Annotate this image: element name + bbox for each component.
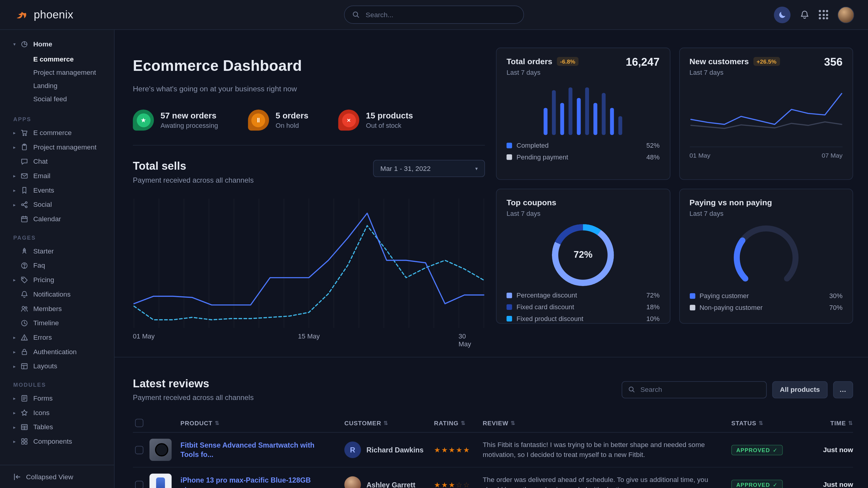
- sidebar-item-email[interactable]: ▸ Email: [0, 169, 114, 183]
- moon-icon: [778, 10, 786, 19]
- card-title: New customers: [689, 57, 749, 66]
- sidebar-subitem-project-management[interactable]: Project management: [0, 66, 114, 79]
- sidebar-item-timeline[interactable]: Timeline: [0, 316, 114, 330]
- column-header-customer[interactable]: CUSTOMER ⇅: [344, 420, 434, 426]
- x-axis-label: 01 May: [689, 152, 710, 159]
- paying-gauge-chart: [724, 223, 807, 289]
- legend-item: Fixed product discount 10%: [506, 315, 660, 323]
- column-header-product[interactable]: PRODUCT ⇅: [180, 420, 344, 426]
- sidebar-item-calendar[interactable]: Calendar: [0, 212, 114, 226]
- select-all-checkbox[interactable]: [135, 419, 144, 427]
- sort-icon[interactable]: ⇅: [384, 420, 389, 426]
- page-title: Ecommerce Dashboard: [133, 58, 485, 75]
- section-title-pages: PAGES: [0, 234, 114, 240]
- sort-icon[interactable]: ⇅: [510, 420, 516, 426]
- bar: [619, 116, 622, 135]
- legend-item: Non-paying customer 70%: [689, 304, 843, 312]
- sidebar-item-label: Components: [33, 438, 72, 446]
- sidebar-item-label: Forms: [33, 395, 53, 402]
- column-header-status[interactable]: STATUS ⇅: [732, 420, 803, 426]
- customer-avatar[interactable]: A: [344, 477, 361, 488]
- all-products-button[interactable]: All products: [772, 381, 828, 398]
- column-header-review[interactable]: REVIEW ⇅: [483, 420, 732, 426]
- user-avatar[interactable]: [838, 6, 854, 23]
- sidebar-item-social[interactable]: ▸ Social: [0, 197, 114, 212]
- sidebar-item-events[interactable]: ▸ Events: [0, 183, 114, 198]
- sidebar-subitem-social-feed[interactable]: Social feed: [0, 93, 114, 106]
- product-image[interactable]: [150, 439, 172, 461]
- sidebar-item-ecommerce-app[interactable]: ▸ E commerce: [0, 126, 114, 140]
- collapse-icon: [13, 473, 21, 481]
- sidebar-item-components[interactable]: ▸ Components: [0, 434, 114, 449]
- date-range-select[interactable]: Mar 1 - 31, 2022 ▾: [373, 160, 485, 177]
- legend-label: Pending payment: [517, 153, 568, 161]
- product-link[interactable]: iPhone 13 pro max-Pacific Blue-128GB sto…: [180, 475, 344, 488]
- notifications-button[interactable]: [800, 10, 809, 19]
- column-label: CUSTOMER: [344, 420, 381, 426]
- column-header-rating[interactable]: RATING ⇅: [434, 420, 483, 426]
- more-options-button[interactable]: …: [833, 381, 853, 398]
- theme-toggle-button[interactable]: [774, 6, 790, 23]
- sidebar-item-members[interactable]: Members: [0, 301, 114, 316]
- sort-icon[interactable]: ⇅: [848, 420, 853, 426]
- reviews-search-input[interactable]: [639, 385, 760, 394]
- row-checkbox[interactable]: [135, 481, 144, 488]
- users-icon: [21, 305, 29, 313]
- question-icon: [21, 262, 29, 269]
- sort-icon[interactable]: ⇅: [758, 420, 763, 426]
- brand[interactable]: phoenix: [0, 7, 73, 22]
- sort-icon[interactable]: ⇅: [461, 420, 466, 426]
- apps-grid-button[interactable]: [819, 10, 828, 19]
- product-image[interactable]: [150, 474, 172, 488]
- sidebar-item-faq[interactable]: Faq: [0, 258, 114, 273]
- legend-value: 18%: [646, 303, 660, 311]
- bar: [552, 90, 556, 135]
- search-input[interactable]: [365, 10, 516, 19]
- top-coupons-card: Top coupons Last 7 days 72% Percentage d…: [496, 189, 670, 324]
- sidebar-item-label: Notifications: [33, 291, 70, 298]
- sidebar-item-project-management-app[interactable]: ▸ Project management: [0, 140, 114, 154]
- sidebar-item-tables[interactable]: ▸ Tables: [0, 420, 114, 434]
- rating-stars: ★★★★★: [434, 446, 483, 454]
- sidebar-item-errors[interactable]: ▸ Errors: [0, 330, 114, 345]
- total-sells-chart: 01 May 15 May 30 May: [133, 197, 485, 341]
- paying-vs-nonpaying-card: Paying vs non paying Last 7 days Paying …: [679, 189, 853, 324]
- legend-label: Fixed card discount: [517, 303, 574, 311]
- product-link[interactable]: Fitbit Sense Advanced Smartwatch with To…: [180, 441, 344, 459]
- home-submenu: E commerce Project management Landing So…: [0, 52, 114, 108]
- clock-icon: [21, 319, 29, 327]
- sidebar-item-chat[interactable]: Chat: [0, 154, 114, 169]
- row-checkbox[interactable]: [135, 446, 144, 454]
- sidebar-item-label: Starter: [33, 247, 54, 255]
- sidebar-item-label: Tables: [33, 423, 53, 431]
- app-viewport: phoenix ▾ Home: [0, 0, 868, 488]
- sidebar-item-starter[interactable]: Starter: [0, 244, 114, 258]
- customer-name: Richard Dawkins: [367, 446, 424, 454]
- reviews-search[interactable]: [622, 381, 767, 398]
- global-search[interactable]: [344, 5, 524, 24]
- caret-right-icon: ▸: [13, 277, 21, 283]
- sidebar-item-pricing[interactable]: ▸ Pricing: [0, 273, 114, 287]
- sidebar-item-notifications[interactable]: Notifications: [0, 287, 114, 302]
- sidebar-item-label: Social: [33, 201, 52, 208]
- main-content: Ecommerce Dashboard Here's what's going …: [115, 30, 868, 488]
- sidebar-item-layouts[interactable]: ▸ Layouts: [0, 359, 114, 373]
- reviews-table: PRODUCT ⇅ CUSTOMER ⇅ RATING ⇅ REVIEW ⇅: [133, 414, 853, 488]
- search-icon: [352, 11, 360, 19]
- rating-stars: ★★★☆☆: [434, 481, 483, 488]
- new-customers-x-axis: 01 May 07 May: [689, 147, 843, 159]
- bar: [569, 87, 573, 135]
- sort-icon[interactable]: ⇅: [215, 420, 220, 426]
- legend-item: Percentage discount 72%: [506, 291, 660, 299]
- sidebar-item-icons[interactable]: ▸ Icons: [0, 405, 114, 420]
- sidebar-item-forms[interactable]: ▸ Forms: [0, 391, 114, 406]
- sidebar-item-home[interactable]: ▾ Home: [0, 37, 114, 52]
- section-title-apps: APPS: [0, 116, 114, 122]
- sidebar-subitem-ecommerce[interactable]: E commerce: [0, 53, 114, 66]
- customer-avatar[interactable]: R: [344, 442, 361, 458]
- collapsed-view-toggle[interactable]: Collapsed View: [0, 465, 114, 488]
- sidebar-item-authentication[interactable]: ▸ Authentication: [0, 345, 114, 359]
- stat-sublabel: Out of stock: [366, 122, 413, 130]
- sidebar-subitem-landing[interactable]: Landing: [0, 79, 114, 92]
- column-header-time[interactable]: TIME ⇅: [803, 420, 853, 426]
